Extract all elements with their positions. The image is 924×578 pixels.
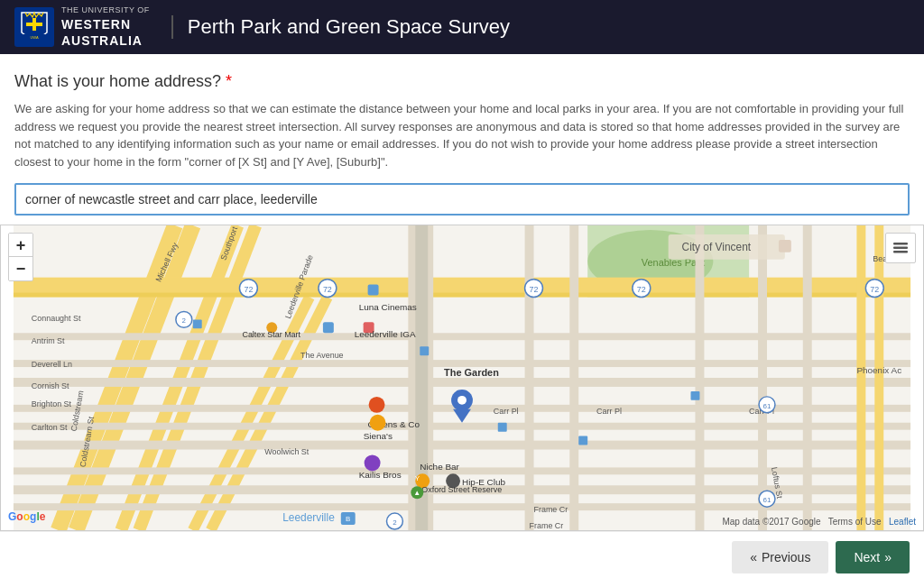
leaflet-link[interactable]: Leaflet xyxy=(889,517,916,527)
svg-text:Carr Pl: Carr Pl xyxy=(494,407,519,416)
svg-text:Deverell Ln: Deverell Ln xyxy=(32,360,72,369)
svg-rect-20 xyxy=(14,378,910,387)
map-container: Venables Park Oxford Street Reserve xyxy=(0,225,924,531)
svg-text:Y: Y xyxy=(415,474,420,482)
svg-text:Antrim St: Antrim St xyxy=(32,336,65,345)
map-svg: Venables Park Oxford Street Reserve xyxy=(1,225,923,530)
svg-text:City of Vincent: City of Vincent xyxy=(682,241,752,253)
svg-rect-115 xyxy=(893,251,908,253)
university-line1: THE UNIVERSITY OF xyxy=(61,5,150,16)
svg-rect-19 xyxy=(14,293,910,298)
svg-point-72 xyxy=(370,415,386,431)
svg-rect-21 xyxy=(14,441,910,450)
svg-text:72: 72 xyxy=(323,285,332,294)
prev-icon: « xyxy=(750,550,757,564)
svg-rect-2 xyxy=(26,23,42,26)
svg-text:Leederville IGA: Leederville IGA xyxy=(355,329,416,339)
svg-rect-40 xyxy=(779,240,791,252)
previous-button[interactable]: « Previous xyxy=(732,541,828,573)
previous-label: Previous xyxy=(762,550,810,564)
page-header: UWA THE UNIVERSITY OF WESTERN AUSTRALIA … xyxy=(0,0,924,54)
university-logo: UWA THE UNIVERSITY OF WESTERN AUSTRALIA xyxy=(14,5,150,49)
svg-text:Connaught St: Connaught St xyxy=(32,314,81,323)
svg-rect-102 xyxy=(193,319,202,328)
zoom-in-button[interactable]: + xyxy=(9,234,32,257)
question-label: What is your home address? * xyxy=(14,72,910,91)
survey-title: Perth Park and Green Space Survey xyxy=(171,15,510,39)
svg-rect-24 xyxy=(14,360,910,367)
svg-rect-101 xyxy=(691,391,700,400)
svg-text:72: 72 xyxy=(637,285,646,294)
svg-rect-99 xyxy=(498,423,507,432)
svg-text:Frame Cr: Frame Cr xyxy=(530,521,564,530)
svg-rect-100 xyxy=(578,436,587,445)
uwa-shield-icon: UWA xyxy=(14,7,54,47)
footer-nav: « Previous Next » xyxy=(0,531,924,578)
svg-text:The Garden: The Garden xyxy=(444,367,499,378)
next-icon: » xyxy=(884,550,892,564)
svg-text:72: 72 xyxy=(244,285,253,294)
svg-rect-31 xyxy=(569,225,578,530)
svg-rect-113 xyxy=(893,243,908,245)
svg-text:B: B xyxy=(346,515,350,523)
svg-text:61: 61 xyxy=(763,496,772,504)
svg-text:Siena's: Siena's xyxy=(364,431,393,441)
svg-text:UWA: UWA xyxy=(30,35,39,40)
svg-text:Frame Cr: Frame Cr xyxy=(534,505,568,514)
svg-text:Phoenix Ac: Phoenix Ac xyxy=(856,365,901,375)
svg-text:2: 2 xyxy=(182,317,187,325)
main-content: What is your home address? * We are aski… xyxy=(0,54,924,225)
question-description: We are asking for your home address so t… xyxy=(14,100,910,170)
terms-link[interactable]: Terms of Use xyxy=(828,517,882,527)
next-label: Next xyxy=(854,550,880,564)
svg-rect-30 xyxy=(525,225,534,530)
svg-text:Cornish St: Cornish St xyxy=(32,381,69,390)
svg-text:72: 72 xyxy=(870,285,879,294)
svg-text:Carr Pl: Carr Pl xyxy=(596,407,622,416)
svg-rect-114 xyxy=(893,247,908,250)
svg-text:Caltex Star Mart: Caltex Star Mart xyxy=(242,330,300,339)
svg-text:61: 61 xyxy=(763,402,772,410)
map-layer-control[interactable] xyxy=(885,233,916,263)
map-zoom-controls: + − xyxy=(8,233,33,281)
address-input[interactable] xyxy=(14,183,910,216)
svg-rect-103 xyxy=(420,346,429,355)
svg-text:▲: ▲ xyxy=(413,489,420,497)
svg-point-105 xyxy=(457,396,467,405)
svg-text:Leederville: Leederville xyxy=(282,511,335,524)
svg-rect-32 xyxy=(695,225,704,530)
svg-rect-61 xyxy=(368,285,379,296)
svg-text:The Avenue: The Avenue xyxy=(300,351,344,360)
svg-text:Carlton St: Carlton St xyxy=(32,423,68,432)
svg-rect-23 xyxy=(14,333,910,340)
svg-rect-33 xyxy=(758,225,767,530)
next-button[interactable]: Next » xyxy=(836,541,910,573)
svg-text:Kailis Bros: Kailis Bros xyxy=(359,470,402,480)
svg-rect-65 xyxy=(323,322,334,333)
svg-text:Niche Bar: Niche Bar xyxy=(420,462,459,472)
svg-text:Woolwich St: Woolwich St xyxy=(264,447,310,456)
svg-rect-28 xyxy=(14,503,910,510)
svg-rect-35 xyxy=(856,225,865,530)
svg-rect-26 xyxy=(14,423,910,430)
university-line2: WESTERN xyxy=(61,16,150,32)
map-attribution: Map data ©2017 Google Terms of Use Leafl… xyxy=(722,517,916,527)
svg-rect-36 xyxy=(874,225,883,530)
svg-text:Brighton St: Brighton St xyxy=(32,399,72,408)
university-line3: AUSTRALIA xyxy=(61,32,150,49)
layers-icon xyxy=(892,239,910,257)
svg-text:72: 72 xyxy=(530,285,539,294)
svg-rect-34 xyxy=(803,225,812,530)
svg-text:2: 2 xyxy=(393,518,397,527)
svg-text:Luna Cinemas: Luna Cinemas xyxy=(359,302,417,312)
svg-point-74 xyxy=(365,454,381,471)
zoom-out-button[interactable]: − xyxy=(9,257,32,280)
google-logo: Google xyxy=(8,510,45,523)
svg-text:Oxford Street Reserve: Oxford Street Reserve xyxy=(421,485,502,494)
university-text: THE UNIVERSITY OF WESTERN AUSTRALIA xyxy=(61,5,150,49)
svg-point-70 xyxy=(369,397,385,413)
